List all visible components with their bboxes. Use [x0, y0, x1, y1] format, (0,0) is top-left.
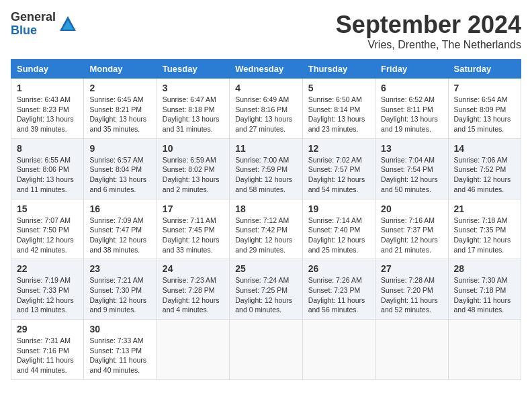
calendar-header: SundayMondayTuesdayWednesdayThursdayFrid… — [11, 60, 521, 79]
calendar-cell — [230, 320, 302, 380]
logo: General Blue — [11, 11, 77, 38]
day-info: Sunrise: 7:33 AM Sunset: 7:13 PM Dayligh… — [89, 336, 150, 375]
calendar-cell — [157, 320, 229, 380]
week-row: 15Sunrise: 7:07 AM Sunset: 7:50 PM Dayli… — [11, 199, 521, 259]
day-number: 2 — [89, 83, 150, 93]
day-number: 21 — [454, 203, 515, 214]
day-info: Sunrise: 6:49 AM Sunset: 8:16 PM Dayligh… — [235, 95, 296, 134]
calendar-cell — [302, 320, 375, 380]
day-number: 29 — [17, 324, 78, 334]
day-info: Sunrise: 6:45 AM Sunset: 8:21 PM Dayligh… — [89, 95, 150, 134]
calendar-cell: 15Sunrise: 7:07 AM Sunset: 7:50 PM Dayli… — [11, 199, 84, 259]
calendar-cell: 3Sunrise: 6:47 AM Sunset: 8:18 PM Daylig… — [157, 79, 229, 139]
day-info: Sunrise: 7:23 AM Sunset: 7:28 PM Dayligh… — [163, 275, 224, 315]
logo-general: General — [11, 11, 56, 24]
day-number: 1 — [17, 83, 78, 93]
title-section: September 2024 Vries, Drenthe, The Nethe… — [336, 11, 521, 51]
calendar-cell: 1Sunrise: 6:43 AM Sunset: 8:23 PM Daylig… — [11, 79, 84, 139]
day-info: Sunrise: 7:07 AM Sunset: 7:50 PM Dayligh… — [17, 216, 78, 255]
day-number: 27 — [381, 263, 442, 274]
day-info: Sunrise: 6:54 AM Sunset: 8:09 PM Dayligh… — [454, 95, 515, 134]
logo-icon — [58, 15, 77, 34]
calendar-cell: 22Sunrise: 7:19 AM Sunset: 7:33 PM Dayli… — [11, 259, 84, 320]
day-info: Sunrise: 7:18 AM Sunset: 7:35 PM Dayligh… — [454, 216, 515, 255]
day-info: Sunrise: 7:31 AM Sunset: 7:16 PM Dayligh… — [17, 336, 78, 375]
day-number: 5 — [308, 83, 369, 93]
day-info: Sunrise: 6:57 AM Sunset: 8:04 PM Dayligh… — [89, 155, 150, 195]
day-number: 23 — [89, 263, 150, 274]
day-number: 22 — [17, 263, 78, 274]
day-info: Sunrise: 7:12 AM Sunset: 7:42 PM Dayligh… — [235, 216, 296, 255]
calendar-cell: 9Sunrise: 6:57 AM Sunset: 8:04 PM Daylig… — [84, 138, 157, 199]
day-number: 19 — [308, 203, 369, 214]
day-number: 6 — [381, 83, 442, 93]
calendar-cell — [448, 320, 521, 380]
calendar-body: 1Sunrise: 6:43 AM Sunset: 8:23 PM Daylig… — [11, 79, 521, 380]
calendar-cell: 6Sunrise: 6:52 AM Sunset: 8:11 PM Daylig… — [375, 79, 448, 139]
calendar-table: SundayMondayTuesdayWednesdayThursdayFrid… — [11, 59, 521, 380]
day-info: Sunrise: 7:19 AM Sunset: 7:33 PM Dayligh… — [17, 275, 78, 315]
day-number: 12 — [308, 143, 369, 154]
calendar-cell: 10Sunrise: 6:59 AM Sunset: 8:02 PM Dayli… — [157, 138, 229, 199]
calendar-cell: 17Sunrise: 7:11 AM Sunset: 7:45 PM Dayli… — [157, 199, 229, 259]
day-number: 26 — [308, 263, 369, 274]
day-info: Sunrise: 7:26 AM Sunset: 7:23 PM Dayligh… — [308, 275, 369, 315]
calendar-cell: 27Sunrise: 7:28 AM Sunset: 7:20 PM Dayli… — [375, 259, 448, 320]
calendar-cell: 21Sunrise: 7:18 AM Sunset: 7:35 PM Dayli… — [448, 199, 521, 259]
week-row: 29Sunrise: 7:31 AM Sunset: 7:16 PM Dayli… — [11, 320, 521, 380]
calendar-cell: 23Sunrise: 7:21 AM Sunset: 7:30 PM Dayli… — [84, 259, 157, 320]
day-number: 14 — [454, 143, 515, 154]
day-number: 11 — [235, 143, 296, 154]
page-header: General Blue September 2024 Vries, Drent… — [11, 11, 521, 51]
day-info: Sunrise: 7:02 AM Sunset: 7:57 PM Dayligh… — [308, 155, 369, 195]
calendar-cell: 26Sunrise: 7:26 AM Sunset: 7:23 PM Dayli… — [302, 259, 375, 320]
day-number: 24 — [163, 263, 224, 274]
day-number: 15 — [17, 203, 78, 214]
column-header-monday: Monday — [84, 60, 157, 79]
day-number: 13 — [381, 143, 442, 154]
day-info: Sunrise: 6:47 AM Sunset: 8:18 PM Dayligh… — [163, 95, 224, 134]
location-subtitle: Vries, Drenthe, The Netherlands — [336, 39, 521, 51]
column-header-saturday: Saturday — [448, 60, 521, 79]
month-title: September 2024 — [336, 11, 521, 39]
day-info: Sunrise: 7:21 AM Sunset: 7:30 PM Dayligh… — [89, 275, 150, 315]
calendar-cell: 2Sunrise: 6:45 AM Sunset: 8:21 PM Daylig… — [84, 79, 157, 139]
day-info: Sunrise: 7:00 AM Sunset: 7:59 PM Dayligh… — [235, 155, 296, 195]
column-header-wednesday: Wednesday — [230, 60, 302, 79]
calendar-cell: 28Sunrise: 7:30 AM Sunset: 7:18 PM Dayli… — [448, 259, 521, 320]
calendar-cell: 8Sunrise: 6:55 AM Sunset: 8:06 PM Daylig… — [11, 138, 84, 199]
column-header-tuesday: Tuesday — [157, 60, 229, 79]
day-number: 7 — [454, 83, 515, 93]
day-number: 28 — [454, 263, 515, 274]
calendar-cell: 29Sunrise: 7:31 AM Sunset: 7:16 PM Dayli… — [11, 320, 84, 380]
calendar-cell: 30Sunrise: 7:33 AM Sunset: 7:13 PM Dayli… — [84, 320, 157, 380]
day-info: Sunrise: 7:04 AM Sunset: 7:54 PM Dayligh… — [381, 155, 442, 195]
day-number: 18 — [235, 203, 296, 214]
day-info: Sunrise: 7:30 AM Sunset: 7:18 PM Dayligh… — [454, 275, 515, 315]
day-number: 9 — [89, 143, 150, 154]
day-info: Sunrise: 7:11 AM Sunset: 7:45 PM Dayligh… — [163, 216, 224, 255]
day-number: 3 — [163, 83, 224, 93]
day-number: 10 — [163, 143, 224, 154]
day-info: Sunrise: 6:50 AM Sunset: 8:14 PM Dayligh… — [308, 95, 369, 134]
logo-blue: Blue — [11, 24, 56, 38]
week-row: 8Sunrise: 6:55 AM Sunset: 8:06 PM Daylig… — [11, 138, 521, 199]
calendar-cell: 25Sunrise: 7:24 AM Sunset: 7:25 PM Dayli… — [230, 259, 302, 320]
day-number: 17 — [163, 203, 224, 214]
calendar-cell: 24Sunrise: 7:23 AM Sunset: 7:28 PM Dayli… — [157, 259, 229, 320]
column-header-sunday: Sunday — [11, 60, 84, 79]
calendar-cell — [375, 320, 448, 380]
day-info: Sunrise: 7:06 AM Sunset: 7:52 PM Dayligh… — [454, 155, 515, 195]
day-info: Sunrise: 7:14 AM Sunset: 7:40 PM Dayligh… — [308, 216, 369, 255]
calendar-cell: 16Sunrise: 7:09 AM Sunset: 7:47 PM Dayli… — [84, 199, 157, 259]
day-info: Sunrise: 7:16 AM Sunset: 7:37 PM Dayligh… — [381, 216, 442, 255]
calendar-cell: 12Sunrise: 7:02 AM Sunset: 7:57 PM Dayli… — [302, 138, 375, 199]
week-row: 1Sunrise: 6:43 AM Sunset: 8:23 PM Daylig… — [11, 79, 521, 139]
day-number: 25 — [235, 263, 296, 274]
day-info: Sunrise: 7:09 AM Sunset: 7:47 PM Dayligh… — [89, 216, 150, 255]
day-number: 20 — [381, 203, 442, 214]
day-info: Sunrise: 6:59 AM Sunset: 8:02 PM Dayligh… — [163, 155, 224, 195]
week-row: 22Sunrise: 7:19 AM Sunset: 7:33 PM Dayli… — [11, 259, 521, 320]
day-info: Sunrise: 7:24 AM Sunset: 7:25 PM Dayligh… — [235, 275, 296, 315]
column-header-thursday: Thursday — [302, 60, 375, 79]
